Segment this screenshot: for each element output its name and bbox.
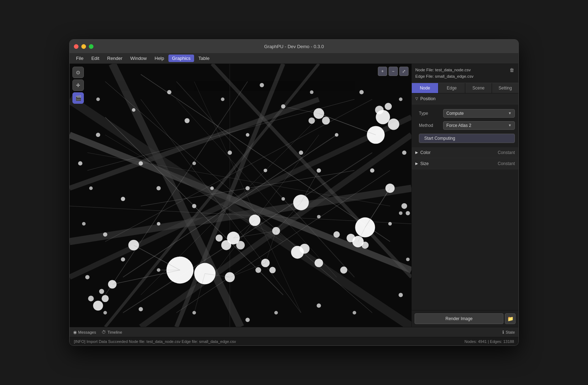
svg-point-97 bbox=[192, 161, 196, 165]
tab-bar: Node Edge Scene Setting bbox=[412, 83, 518, 93]
svg-point-76 bbox=[167, 90, 171, 94]
svg-point-110 bbox=[255, 267, 261, 273]
svg-point-114 bbox=[401, 203, 407, 209]
state-btn[interactable]: ℹ State bbox=[502, 330, 515, 335]
svg-point-94 bbox=[78, 161, 82, 165]
svg-point-79 bbox=[310, 91, 314, 94]
panel-content: ▽ Position Type Compute ▼ M bbox=[412, 93, 518, 310]
canvas-area[interactable]: ⊙ ✛ 🎬 + − ⤢ bbox=[70, 64, 411, 327]
fullscreen-btn[interactable]: ⤢ bbox=[399, 67, 409, 76]
svg-point-67 bbox=[264, 169, 267, 172]
svg-point-86 bbox=[317, 303, 321, 308]
svg-point-46 bbox=[333, 231, 340, 238]
target-tool-btn[interactable]: ⊙ bbox=[72, 67, 84, 78]
menu-edit[interactable]: Edit bbox=[88, 55, 103, 62]
svg-point-56 bbox=[346, 234, 355, 242]
menu-help[interactable]: Help bbox=[151, 55, 168, 62]
svg-point-105 bbox=[102, 295, 109, 302]
color-section-header[interactable]: ▶ Color Constant bbox=[412, 147, 518, 158]
bottom-bar: ◉ Messages ⏱ Timeline ℹ State bbox=[70, 327, 518, 337]
menu-graphics[interactable]: Graphics bbox=[168, 55, 194, 62]
size-value: Constant bbox=[498, 161, 515, 166]
position-section-header[interactable]: ▽ Position bbox=[412, 93, 518, 104]
right-panel: Node File: test_data_node.csv Edge File:… bbox=[411, 64, 518, 327]
status-bar: [INFO] Import Data Succeeded Node file: … bbox=[70, 337, 518, 345]
timeline-btn[interactable]: ⏱ Timeline bbox=[102, 330, 122, 335]
size-section-header[interactable]: ▶ Size Constant bbox=[412, 158, 518, 169]
messages-icon: ◉ bbox=[73, 330, 77, 335]
svg-point-63 bbox=[210, 186, 214, 190]
render-image-btn[interactable]: Render Image bbox=[415, 313, 503, 324]
type-label: Type bbox=[419, 111, 440, 116]
menu-file[interactable]: File bbox=[72, 55, 87, 62]
svg-point-40 bbox=[315, 259, 323, 267]
svg-point-85 bbox=[353, 311, 356, 314]
svg-point-45 bbox=[385, 184, 395, 193]
svg-point-101 bbox=[317, 215, 321, 219]
type-control: Compute ▼ bbox=[443, 109, 515, 118]
color-arrow-icon: ▶ bbox=[415, 150, 418, 154]
svg-point-96 bbox=[228, 150, 232, 155]
svg-point-100 bbox=[245, 186, 250, 190]
tab-setting[interactable]: Setting bbox=[492, 83, 518, 93]
svg-point-60 bbox=[246, 133, 249, 137]
svg-point-53 bbox=[236, 241, 245, 250]
svg-point-113 bbox=[309, 117, 315, 124]
menu-table[interactable]: Table bbox=[195, 55, 213, 62]
maximize-button[interactable] bbox=[89, 44, 93, 49]
start-computing-btn[interactable]: Start Computing bbox=[419, 134, 515, 143]
position-label: Position bbox=[420, 96, 436, 101]
svg-point-104 bbox=[93, 301, 103, 310]
method-value: Force Atlas 2 bbox=[446, 123, 471, 128]
type-dropdown[interactable]: Compute ▼ bbox=[443, 109, 515, 118]
svg-point-92 bbox=[85, 275, 90, 279]
svg-point-99 bbox=[282, 197, 285, 201]
minimize-button[interactable] bbox=[81, 44, 86, 49]
menu-window[interactable]: Window bbox=[127, 55, 150, 62]
method-dropdown[interactable]: Force Atlas 2 ▼ bbox=[443, 121, 515, 130]
timeline-icon: ⏱ bbox=[102, 330, 106, 335]
zoom-out-btn[interactable]: − bbox=[389, 67, 398, 76]
move-tool-btn[interactable]: ✛ bbox=[72, 79, 84, 91]
color-label: Color bbox=[420, 150, 431, 155]
position-section-body: Type Compute ▼ Method Force Atlas bbox=[412, 104, 518, 147]
svg-point-59 bbox=[184, 118, 189, 123]
svg-point-75 bbox=[132, 108, 136, 112]
svg-point-115 bbox=[406, 211, 410, 215]
left-toolbar: ⊙ ✛ 🎬 bbox=[72, 67, 84, 104]
svg-point-82 bbox=[402, 150, 406, 155]
svg-point-80 bbox=[359, 90, 364, 94]
svg-point-35 bbox=[367, 126, 385, 144]
file-info-text: Node File: test_data_node.csv Edge File:… bbox=[415, 67, 473, 80]
zoom-in-btn[interactable]: + bbox=[378, 67, 387, 76]
menu-render[interactable]: Render bbox=[103, 55, 126, 62]
close-button[interactable] bbox=[74, 44, 78, 49]
camera-tool-btn[interactable]: 🎬 bbox=[72, 92, 84, 104]
messages-btn[interactable]: ◉ Messages bbox=[73, 330, 96, 335]
size-label: Size bbox=[420, 161, 429, 166]
tab-scene[interactable]: Scene bbox=[465, 83, 492, 93]
tab-node[interactable]: Node bbox=[412, 83, 439, 93]
svg-point-109 bbox=[269, 267, 276, 273]
status-info-text: [INFO] Import Data Succeeded Node file: … bbox=[74, 339, 236, 344]
svg-point-106 bbox=[88, 296, 94, 301]
svg-point-89 bbox=[192, 311, 196, 314]
timeline-label: Timeline bbox=[107, 330, 122, 334]
svg-point-61 bbox=[281, 104, 285, 109]
tab-edge[interactable]: Edge bbox=[439, 83, 465, 93]
svg-point-50 bbox=[385, 103, 392, 110]
traffic-lights bbox=[74, 44, 93, 49]
svg-point-74 bbox=[96, 133, 100, 137]
delete-file-btn[interactable]: 🗑 bbox=[509, 67, 515, 73]
svg-point-90 bbox=[139, 307, 143, 311]
render-btn-row: Render Image 📁 bbox=[412, 310, 518, 327]
size-arrow-icon: ▶ bbox=[415, 161, 418, 165]
svg-point-98 bbox=[156, 186, 161, 190]
graph-canvas bbox=[70, 64, 411, 327]
svg-point-48 bbox=[388, 118, 399, 130]
state-label: State bbox=[506, 330, 515, 334]
svg-point-102 bbox=[121, 257, 125, 262]
folder-btn[interactable]: 📁 bbox=[505, 313, 516, 324]
svg-point-49 bbox=[375, 106, 384, 114]
svg-point-52 bbox=[221, 240, 231, 250]
